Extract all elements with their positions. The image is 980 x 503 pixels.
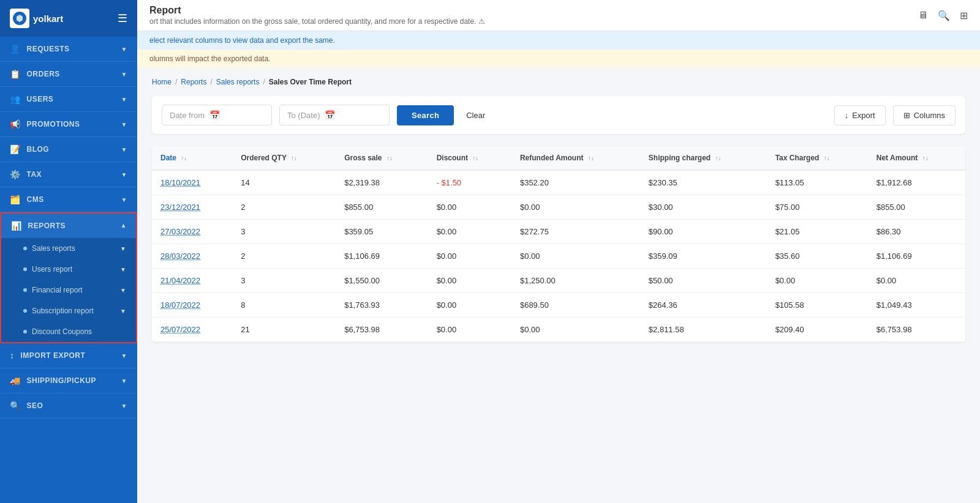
cell-qty: 8	[232, 293, 336, 318]
logo: yolkart	[10, 9, 63, 28]
breadcrumb-home[interactable]: Home	[152, 78, 172, 86]
breadcrumb: Home / Reports / Sales reports / Sales O…	[152, 78, 965, 86]
cell-refunded: $0.00	[511, 318, 640, 342]
table-row: 23/12/2021 2 $855.00 $0.00 $0.00 $30.00 …	[152, 195, 965, 220]
cell-discount: $0.00	[428, 318, 511, 342]
info-banner-yellow: olumns will impact the exported data.	[137, 50, 980, 68]
cell-date[interactable]: 28/03/2022	[152, 244, 232, 269]
cell-discount: $0.00	[428, 293, 511, 318]
columns-label: Columns	[914, 111, 945, 120]
cell-date[interactable]: 23/12/2021	[152, 195, 232, 220]
cell-shipping: $230.35	[640, 170, 767, 195]
cell-gross: $1,763.93	[336, 293, 428, 318]
cell-discount: $0.00	[428, 244, 511, 269]
col-refunded[interactable]: Refunded Amount ↑↓	[511, 146, 640, 170]
sidebar-item-discount-coupons[interactable]: Discount Coupons	[1, 321, 136, 342]
cell-tax: $35.60	[767, 244, 868, 269]
nav-item-users[interactable]: 👥USERS ▼	[0, 87, 137, 112]
table-body: 18/10/2021 14 $2,319.38 - $1.50 $352.20 …	[152, 170, 965, 342]
requests-icon: 👤	[10, 44, 21, 54]
info-banner-yellow-text: olumns will impact the exported data.	[149, 54, 270, 63]
cell-date[interactable]: 27/03/2022	[152, 220, 232, 244]
col-date[interactable]: Date ↑↓	[152, 146, 232, 170]
chevron-seo: ▼	[121, 403, 127, 409]
sidebar-item-users-report[interactable]: Users report ▼	[1, 259, 136, 280]
nav-label-import-export: IMPORT EXPORT	[21, 351, 86, 360]
nav-label-users: USERS	[27, 95, 54, 103]
nav-label-shipping: SHIPPING/PICKUP	[27, 376, 97, 385]
nav-label-promotions: PROMOTIONS	[27, 120, 80, 129]
nav-item-tax[interactable]: ⚙️TAX ▼	[0, 162, 137, 187]
col-net[interactable]: Net Amount ↑↓	[868, 146, 965, 170]
filter-bar: Date from 📅 To (Date) 📅 Search Clear ↓ E…	[152, 96, 965, 134]
nav-label-seo: SEO	[27, 401, 43, 410]
col-shipping[interactable]: Shipping charged ↑↓	[640, 146, 767, 170]
table-header-row: Date ↑↓ Ordered QTY ↑↓ Gross sale ↑↓ Dis…	[152, 146, 965, 170]
cell-net: $1,912.68	[868, 170, 965, 195]
info-banner-blue: elect relevant columns to view data and …	[137, 31, 980, 50]
orders-icon: 📋	[10, 69, 21, 79]
nav-item-cms[interactable]: 🗂️CMS ▼	[0, 187, 137, 212]
chevron-orders: ▼	[121, 71, 127, 78]
sort-shipping-icon: ↑↓	[715, 155, 722, 162]
nav-label-blog: BLOG	[27, 145, 50, 154]
monitor-icon[interactable]: 🖥	[918, 10, 928, 21]
chevron-requests: ▼	[121, 46, 127, 53]
cell-shipping: $359.09	[640, 244, 767, 269]
hamburger-icon[interactable]: ☰	[118, 12, 127, 25]
columns-button[interactable]: ⊞ Columns	[893, 105, 956, 125]
grid-icon[interactable]: ⊞	[960, 10, 968, 21]
search-topbar-icon[interactable]: 🔍	[938, 10, 950, 21]
export-button[interactable]: ↓ Export	[834, 105, 886, 125]
cell-date[interactable]: 21/04/2022	[152, 269, 232, 293]
data-table: Date ↑↓ Ordered QTY ↑↓ Gross sale ↑↓ Dis…	[152, 146, 965, 342]
chevron-subscription-report: ▼	[120, 308, 126, 315]
cell-qty: 3	[232, 269, 336, 293]
breadcrumb-sep-1: /	[175, 78, 177, 86]
cell-discount: - $1.50	[428, 170, 511, 195]
nav-item-requests[interactable]: 👤REQUESTS ▼	[0, 37, 137, 62]
dot-icon-5	[23, 330, 27, 333]
sidebar-item-subscription-report[interactable]: Subscription report ▼	[1, 300, 136, 321]
date-from-input[interactable]: Date from 📅	[162, 105, 272, 125]
table-row: 28/03/2022 2 $1,106.69 $0.00 $0.00 $359.…	[152, 244, 965, 269]
table-row: 21/04/2022 3 $1,550.00 $0.00 $1,250.00 $…	[152, 269, 965, 293]
sidebar-item-sales-reports[interactable]: Sales reports ▼	[1, 238, 136, 259]
sidebar-item-financial-report[interactable]: Financial report ▼	[1, 280, 136, 300]
dot-icon	[23, 247, 27, 250]
shipping-icon: 🚚	[10, 376, 21, 386]
cell-discount: $0.00	[428, 220, 511, 244]
cell-refunded: $0.00	[511, 244, 640, 269]
col-ordered-qty[interactable]: Ordered QTY ↑↓	[232, 146, 336, 170]
cell-net: $1,049.43	[868, 293, 965, 318]
export-label: Export	[852, 111, 875, 120]
nav-item-shipping[interactable]: 🚚SHIPPING/PICKUP ▼	[0, 368, 137, 393]
search-button[interactable]: Search	[397, 105, 454, 125]
breadcrumb-sales-reports[interactable]: Sales reports	[216, 78, 260, 86]
cell-date[interactable]: 25/07/2022	[152, 318, 232, 342]
col-tax[interactable]: Tax Charged ↑↓	[767, 146, 868, 170]
col-discount[interactable]: Discount ↑↓	[428, 146, 511, 170]
nav-item-promotions[interactable]: 📢PROMOTIONS ▼	[0, 112, 137, 137]
cell-date[interactable]: 18/10/2021	[152, 170, 232, 195]
cell-refunded: $272.75	[511, 220, 640, 244]
table-row: 18/10/2021 14 $2,319.38 - $1.50 $352.20 …	[152, 170, 965, 195]
nav-item-reports[interactable]: 📊REPORTS ▼ Sales reports ▼ Users report …	[0, 212, 137, 343]
breadcrumb-sep-2: /	[210, 78, 212, 86]
table-row: 18/07/2022 8 $1,763.93 $0.00 $689.50 $26…	[152, 293, 965, 318]
nav-item-import-export[interactable]: ↕️IMPORT EXPORT ▼	[0, 343, 137, 368]
breadcrumb-reports[interactable]: Reports	[181, 78, 206, 86]
cell-tax: $113.05	[767, 170, 868, 195]
nav-item-orders[interactable]: 📋ORDERS ▼	[0, 62, 137, 87]
col-gross-sale[interactable]: Gross sale ↑↓	[336, 146, 428, 170]
cell-net: $1,106.69	[868, 244, 965, 269]
clear-button[interactable]: Clear	[461, 105, 490, 125]
nav-item-seo[interactable]: 🔍SEO ▼	[0, 393, 137, 419]
cell-net: $86.30	[868, 220, 965, 244]
nav-item-blog[interactable]: 📝BLOG ▼	[0, 137, 137, 162]
chevron-financial-report: ▼	[120, 287, 126, 294]
sort-qty-icon: ↑↓	[291, 155, 297, 162]
cell-date[interactable]: 18/07/2022	[152, 293, 232, 318]
date-to-input[interactable]: To (Date) 📅	[279, 105, 390, 125]
chevron-blog: ▼	[121, 146, 127, 153]
